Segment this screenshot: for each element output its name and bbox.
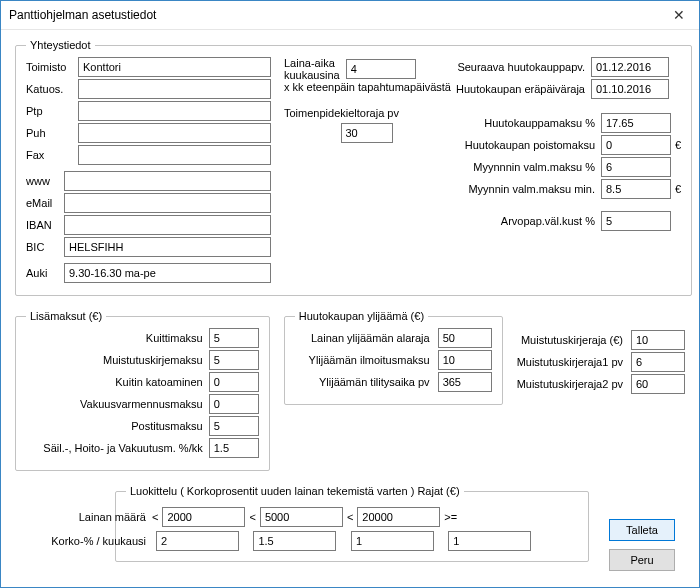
input-toimenpide[interactable] [341, 123, 393, 143]
input-www[interactable] [64, 171, 271, 191]
input-korko-1[interactable] [156, 531, 239, 551]
gte: >= [444, 511, 457, 523]
input-auki[interactable] [64, 263, 271, 283]
luokittelu-fieldset: Luokittelu ( Korkoprosentit uuden lainan… [115, 485, 589, 562]
input-korko-2[interactable] [253, 531, 336, 551]
label-sail: Säil.-, Hoito- ja Vakuutusm. %/kk [26, 442, 203, 454]
label-ptp: Ptp [26, 105, 74, 117]
window-title: Panttiohjelman asetustiedot [9, 8, 156, 22]
input-eraraja[interactable] [591, 79, 669, 99]
label-vakuus: Vakuusvarmennusmaksu [26, 398, 203, 410]
cancel-button[interactable]: Peru [609, 549, 675, 571]
label-tilitys: Ylijäämän tilitysaika pv [295, 376, 430, 388]
label-seuraava: Seuraava huutokauppapv. [455, 61, 585, 73]
input-postitus[interactable] [209, 416, 259, 436]
input-muistut-pv1[interactable] [631, 352, 685, 372]
input-muistutusm[interactable] [209, 350, 259, 370]
label-kuukausina: kuukausina [284, 69, 340, 81]
label-email: eMail [26, 197, 60, 209]
label-muistut-pv2: Muistutuskirjeraja2 pv [517, 378, 623, 390]
window: Panttiohjelman asetustiedot ✕ Yhteystied… [0, 0, 700, 588]
label-alaraja: Lainan ylijäämän alaraja [295, 332, 430, 344]
label-lainan: Lainan määrä [26, 511, 146, 523]
label-muistut-e: Muistutuskirjeraja (€) [517, 334, 623, 346]
ylijaama-fieldset: Huutokaupan ylijäämä (€) Lainan ylijäämä… [284, 310, 503, 405]
label-fax: Fax [26, 149, 74, 161]
lt-3: < [347, 511, 353, 523]
label-hk-maksupct: Huutokauppamaksu % [455, 117, 595, 129]
contact-legend: Yhteystiedot [26, 39, 95, 51]
input-hk-poisto[interactable] [601, 135, 671, 155]
input-lainan-3[interactable] [357, 507, 440, 527]
input-hk-maksupct[interactable] [601, 113, 671, 133]
input-korko-4[interactable] [448, 531, 531, 551]
label-toimenpide: Toimenpidekieltoraja pv [284, 107, 449, 119]
input-vakuus[interactable] [209, 394, 259, 414]
input-laina-aika[interactable] [346, 59, 416, 79]
label-eraraja: Huutokaupan eräpäiväraja [455, 83, 585, 95]
label-puh: Puh [26, 127, 74, 139]
input-katuos[interactable] [78, 79, 271, 99]
input-lainan-1[interactable] [162, 507, 245, 527]
luokittelu-legend: Luokittelu ( Korkoprosentit uuden lainan… [126, 485, 464, 497]
titlebar: Panttiohjelman asetustiedot ✕ [1, 1, 699, 30]
label-iban: IBAN [26, 219, 60, 231]
ylijaama-legend: Huutokaupan ylijäämä (€) [295, 310, 428, 322]
input-tilitys[interactable] [438, 372, 492, 392]
input-sail[interactable] [209, 438, 259, 458]
lisamaksut-legend: Lisämaksut (€) [26, 310, 106, 322]
lt-2: < [249, 511, 255, 523]
input-alaraja[interactable] [438, 328, 492, 348]
label-myynnin: Myynnnin valm.maksu % [455, 161, 595, 173]
label-kuitti: Kuittimaksu [26, 332, 203, 344]
label-toimisto: Toimisto [26, 61, 74, 73]
label-arvopap: Arvopap.väl.kust % [455, 215, 595, 227]
input-bic[interactable] [64, 237, 271, 257]
input-korko-3[interactable] [351, 531, 434, 551]
input-ilmoitus[interactable] [438, 350, 492, 370]
label-hk-poisto: Huutokaupan poistomaksu [455, 139, 595, 151]
eur-label-1: € [675, 139, 681, 151]
label-muistutusm: Muistutuskirjemaksu [26, 354, 203, 366]
label-bic: BIC [26, 241, 60, 253]
label-laina-sub: x kk eteenpäin tapahtumapäivästä [284, 81, 449, 93]
label-laina-aika: Laina-aika [284, 57, 340, 69]
input-lainan-2[interactable] [260, 507, 343, 527]
body: Yhteystiedot Toimisto Katuos. Ptp [1, 29, 699, 587]
save-button[interactable]: Talleta [609, 519, 675, 541]
input-seuraava[interactable] [591, 57, 669, 77]
label-myynninmin: Myynnin valm.maksu min. [455, 183, 595, 195]
input-ptp[interactable] [78, 101, 271, 121]
input-muistut-e[interactable] [631, 330, 685, 350]
label-www: www [26, 175, 60, 187]
close-icon[interactable]: ✕ [659, 1, 699, 29]
input-fax[interactable] [78, 145, 271, 165]
input-puh[interactable] [78, 123, 271, 143]
label-katuos: Katuos. [26, 83, 74, 95]
label-auki: Auki [26, 267, 60, 279]
input-email[interactable] [64, 193, 271, 213]
label-katoam: Kuitin katoaminen [26, 376, 203, 388]
input-iban[interactable] [64, 215, 271, 235]
lisamaksut-fieldset: Lisämaksut (€) Kuittimaksu Muistutuskirj… [15, 310, 270, 471]
input-kuitti[interactable] [209, 328, 259, 348]
input-katoam[interactable] [209, 372, 259, 392]
lt-1: < [152, 511, 158, 523]
label-ilmoitus: Ylijäämän ilmoitusmaksu [295, 354, 430, 366]
muistut-group: Muistutuskirjeraja (€) Muistutuskirjeraj… [517, 310, 685, 471]
contact-fieldset: Yhteystiedot Toimisto Katuos. Ptp [15, 39, 692, 296]
input-myynnin[interactable] [601, 157, 671, 177]
label-muistut-pv1: Muistutuskirjeraja1 pv [517, 356, 623, 368]
input-arvopap[interactable] [601, 211, 671, 231]
eur-label-2: € [675, 183, 681, 195]
label-korko: Korko-% / kuukausi [26, 535, 146, 547]
input-myynninmin[interactable] [601, 179, 671, 199]
label-postitus: Postitusmaksu [26, 420, 203, 432]
input-toimisto[interactable] [78, 57, 271, 77]
input-muistut-pv2[interactable] [631, 374, 685, 394]
